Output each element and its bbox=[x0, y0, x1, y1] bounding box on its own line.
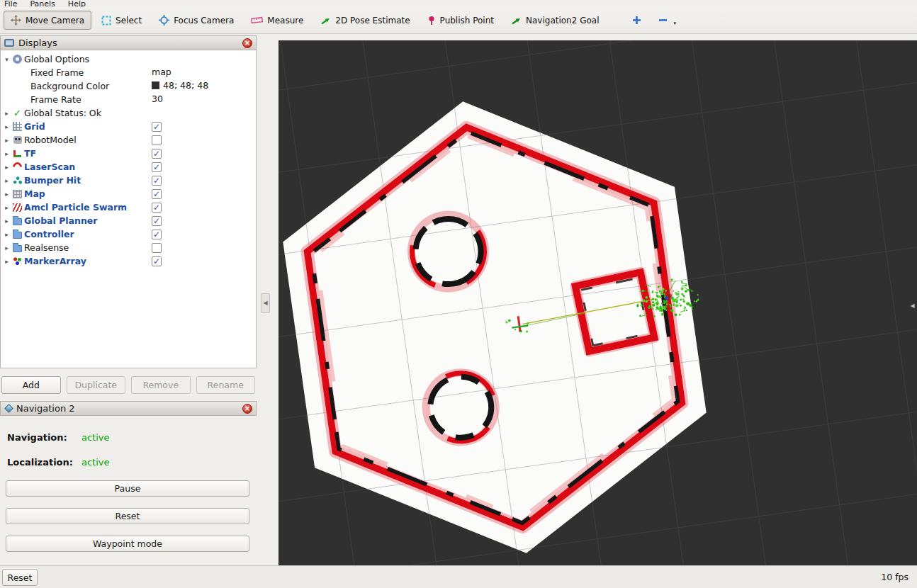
visibility-checkbox[interactable]: ✓ bbox=[152, 203, 162, 213]
status-bar: Reset 10 fps bbox=[0, 565, 917, 588]
nav2-close-button[interactable]: × bbox=[242, 404, 252, 414]
folder-icon bbox=[13, 218, 22, 225]
expander-icon[interactable]: ▸ bbox=[1, 164, 11, 171]
visibility-checkbox[interactable]: ✓ bbox=[152, 176, 162, 186]
expander-icon[interactable]: ▾ bbox=[1, 56, 11, 63]
menu-help[interactable]: Help bbox=[68, 0, 86, 7]
row-label: Amcl Particle Swarm bbox=[24, 202, 127, 213]
reset-button[interactable]: Reset bbox=[6, 508, 249, 524]
expander-icon[interactable]: ▸ bbox=[1, 177, 11, 184]
tree-row-realsense[interactable]: ▸Realsense bbox=[1, 241, 256, 254]
menu-file[interactable]: File bbox=[4, 0, 17, 7]
tree-row-tf[interactable]: ▸TF✓ bbox=[1, 147, 256, 160]
navigation-status-value: active bbox=[81, 432, 110, 443]
dropdown-caret-icon[interactable]: ▾ bbox=[674, 21, 677, 26]
property-value[interactable]: map bbox=[152, 67, 171, 77]
tree-row-bumper-hit[interactable]: ▸Bumper Hit✓ bbox=[1, 174, 256, 187]
tree-row-grid[interactable]: ▸Grid✓ bbox=[1, 120, 256, 133]
pause-button[interactable]: Pause bbox=[6, 480, 249, 497]
property-value[interactable]: 30 bbox=[152, 94, 163, 104]
collapse-left-panel-handle[interactable]: ◀ bbox=[261, 293, 270, 313]
property-value[interactable]: 48; 48; 48 bbox=[152, 80, 208, 91]
tree-row-global-planner[interactable]: ▸Global Planner✓ bbox=[1, 214, 256, 227]
publish-point-icon bbox=[427, 16, 436, 26]
reset-button[interactable]: Reset bbox=[2, 569, 38, 586]
row-label: Fixed Frame bbox=[30, 67, 84, 78]
tree-row-background-color[interactable]: Background Color48; 48; 48 bbox=[1, 79, 256, 93]
displays-close-button[interactable]: × bbox=[242, 38, 252, 48]
expander-icon[interactable]: ▸ bbox=[1, 217, 11, 225]
waypoint-mode-button[interactable]: Waypoint mode bbox=[6, 536, 249, 552]
folder-icon bbox=[13, 232, 22, 239]
row-label: Global Planner bbox=[24, 215, 97, 226]
tree-row-amcl-particle-swarm[interactable]: ▸Amcl Particle Swarm✓ bbox=[1, 200, 256, 214]
tree-row-map[interactable]: ▸Map✓ bbox=[1, 187, 256, 200]
tree-row-fixed-frame[interactable]: Fixed Framemap bbox=[1, 66, 256, 79]
tree-row-frame-rate[interactable]: Frame Rate30 bbox=[1, 93, 256, 106]
visibility-checkbox[interactable]: ✓ bbox=[152, 149, 162, 159]
expander-icon[interactable]: ▸ bbox=[1, 204, 11, 211]
row-label: TF bbox=[24, 148, 36, 159]
row-label: RobotModel bbox=[24, 135, 77, 145]
expander-icon[interactable]: ▸ bbox=[1, 191, 11, 198]
expander-icon[interactable]: ▸ bbox=[1, 150, 11, 157]
displays-title: Displays bbox=[18, 38, 57, 48]
expander-icon[interactable]: ▸ bbox=[1, 231, 11, 238]
row-label: LaserScan bbox=[24, 162, 75, 172]
displays-panel-header[interactable]: Displays × bbox=[0, 35, 257, 50]
publish-point-tool[interactable]: Publish Point bbox=[420, 11, 501, 30]
panel-splitter[interactable]: ◀ bbox=[257, 34, 279, 565]
nav2-panel-header[interactable]: Navigation 2 × bbox=[0, 401, 257, 416]
visibility-checkbox[interactable]: ✓ bbox=[152, 230, 162, 239]
move-camera-icon bbox=[11, 15, 21, 26]
displays-tree: ▾Global OptionsFixed FramemapBackground … bbox=[0, 50, 257, 368]
measure-icon bbox=[251, 16, 263, 25]
pose-estimate-icon bbox=[320, 16, 331, 26]
move-camera-tool[interactable]: Move Camera bbox=[4, 11, 91, 30]
tree-row-controller[interactable]: ▸Controller✓ bbox=[1, 227, 256, 241]
gear-icon bbox=[13, 55, 22, 64]
localization-status-label: Localization: bbox=[7, 457, 73, 468]
nav2-icon bbox=[4, 404, 13, 413]
expander-icon[interactable]: ▸ bbox=[1, 123, 11, 130]
add-button[interactable]: Add bbox=[1, 376, 61, 394]
remove-tool-button[interactable]: ▾ bbox=[651, 11, 684, 30]
tf-icon bbox=[13, 150, 21, 157]
row-label: Bumper Hit bbox=[24, 175, 81, 186]
expander-icon[interactable]: ▸ bbox=[1, 110, 11, 117]
tree-row-robotmodel[interactable]: ▸RobotModel bbox=[1, 133, 256, 147]
visibility-checkbox[interactable]: ✓ bbox=[152, 122, 162, 132]
visibility-checkbox[interactable] bbox=[152, 243, 162, 253]
nav2-goal-icon bbox=[511, 16, 522, 26]
menu-panels[interactable]: Panels bbox=[30, 0, 55, 7]
visibility-checkbox[interactable]: ✓ bbox=[152, 189, 162, 199]
expander-icon[interactable]: ▸ bbox=[1, 137, 11, 144]
tree-row-laserscan[interactable]: ▸LaserScan✓ bbox=[1, 160, 256, 174]
row-label: Frame Rate bbox=[30, 94, 81, 105]
3d-viewport[interactable]: ◀ bbox=[279, 40, 917, 565]
tree-row-global-options[interactable]: ▾Global Options bbox=[1, 52, 256, 66]
visibility-checkbox[interactable] bbox=[152, 135, 162, 145]
measure-tool[interactable]: Measure bbox=[244, 11, 310, 30]
expander-icon[interactable]: ▸ bbox=[1, 258, 11, 265]
focus-camera-tool[interactable]: Focus Camera bbox=[152, 11, 241, 30]
add-tool-button[interactable] bbox=[625, 11, 648, 30]
visibility-checkbox[interactable]: ✓ bbox=[152, 256, 162, 266]
row-label: Realsense bbox=[24, 242, 69, 253]
visibility-checkbox[interactable]: ✓ bbox=[152, 162, 162, 172]
collapse-right-panel-handle[interactable]: ◀ bbox=[908, 296, 916, 316]
visibility-checkbox[interactable]: ✓ bbox=[152, 216, 162, 226]
select-tool[interactable]: Select bbox=[94, 11, 149, 30]
navigation-status-row: Navigation: active bbox=[7, 432, 67, 443]
duplicate-button[interactable]: Duplicate bbox=[67, 376, 126, 394]
nav2-goal-tool[interactable]: Navigation2 Goal bbox=[504, 11, 607, 30]
tree-row-markerarray[interactable]: ▸MarkerArray✓ bbox=[1, 254, 256, 268]
rename-button[interactable]: Rename bbox=[196, 376, 256, 394]
pose-estimate-tool[interactable]: 2D Pose Estimate bbox=[313, 11, 417, 30]
row-label: Global Status: Ok bbox=[24, 108, 101, 118]
remove-button[interactable]: Remove bbox=[131, 376, 191, 394]
nav2-panel-body: Navigation: active Localization: active … bbox=[0, 416, 257, 565]
tree-row-global-status-ok[interactable]: ▸Global Status: Ok bbox=[1, 106, 256, 120]
focus-camera-icon bbox=[159, 15, 169, 26]
expander-icon[interactable]: ▸ bbox=[1, 244, 11, 251]
